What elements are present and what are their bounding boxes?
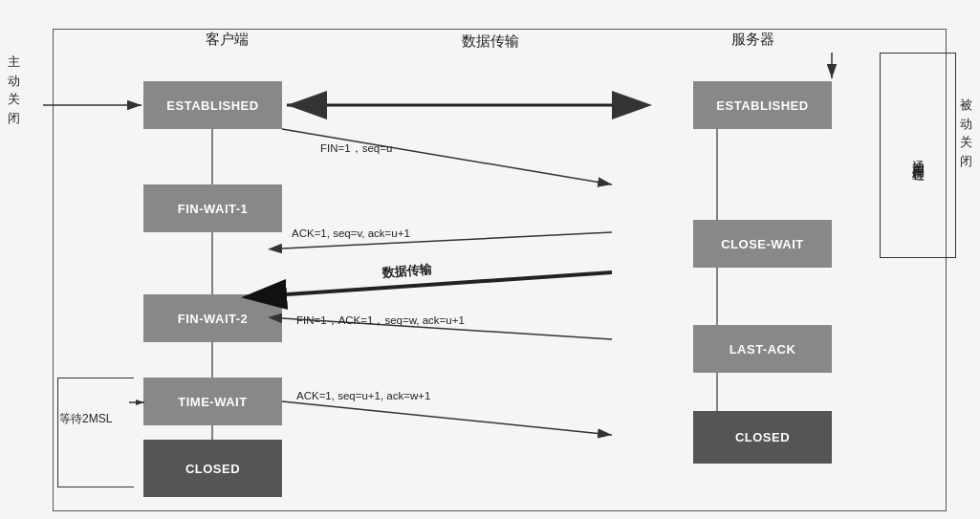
ack2-label: ACK=1, seq=u+1, ack=w+1 bbox=[296, 390, 430, 401]
ack1-label: ACK=1, seq=v, ack=u+1 bbox=[292, 227, 410, 239]
data-transfer-top-label: 数据传输 bbox=[462, 32, 519, 51]
server-label: 服务器 bbox=[731, 31, 774, 49]
bracket-arrow-icon bbox=[129, 397, 148, 408]
notify-box: 通知应用进程 bbox=[880, 53, 956, 258]
server-closewait-box: CLOSE-WAIT bbox=[693, 220, 832, 268]
client-closed-box: CLOSED bbox=[143, 440, 282, 497]
server-closed-box: CLOSED bbox=[693, 411, 832, 464]
server-established-box: ESTABLISHED bbox=[693, 81, 832, 129]
passive-close-label: 被 动 关 闭 bbox=[960, 96, 972, 170]
client-finwait1-box: FIN-WAIT-1 bbox=[143, 184, 282, 232]
fin2-label: FIN=1，ACK=1，seq=w, ack=u+1 bbox=[296, 314, 465, 328]
notify-text: 通知应用进程 bbox=[909, 150, 926, 162]
active-close-label: 主 动 关 闭 bbox=[8, 53, 20, 127]
client-established-box: ESTABLISHED bbox=[143, 81, 282, 129]
wait-2msl-bracket bbox=[57, 378, 134, 487]
client-finwait2-box: FIN-WAIT-2 bbox=[143, 294, 282, 342]
client-label: 客户端 bbox=[206, 31, 249, 49]
server-lastack-box: LAST-ACK bbox=[693, 325, 832, 373]
diagram-container: 主 动 关 闭 被 动 关 闭 客户端 服务器 数据传输 通知应用进程 ESTA… bbox=[0, 0, 980, 519]
client-timewait-box: TIME-WAIT bbox=[143, 378, 282, 425]
fin1-label: FIN=1，seq=u bbox=[320, 141, 392, 156]
wait-2msl-label: 等待2MSL bbox=[59, 411, 112, 427]
